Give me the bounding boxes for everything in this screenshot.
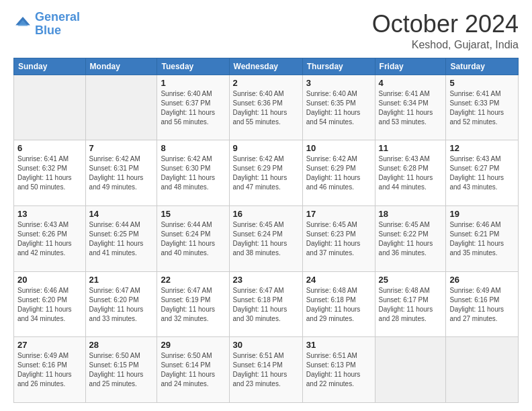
calendar-cell: 22Sunrise: 6:47 AMSunset: 6:19 PMDayligh… [157,271,229,337]
day-info: Sunrise: 6:46 AMSunset: 6:20 PMDaylight:… [17,286,82,324]
day-info: Sunrise: 6:41 AMSunset: 6:33 PMDaylight:… [449,89,515,127]
calendar-cell: 20Sunrise: 6:46 AMSunset: 6:20 PMDayligh… [14,271,86,337]
calendar-cell: 28Sunrise: 6:50 AMSunset: 6:15 PMDayligh… [85,337,157,403]
day-info: Sunrise: 6:47 AMSunset: 6:19 PMDaylight:… [161,286,225,324]
calendar-week-row: 27Sunrise: 6:49 AMSunset: 6:16 PMDayligh… [14,337,519,403]
day-info: Sunrise: 6:43 AMSunset: 6:28 PMDaylight:… [379,154,443,192]
day-number: 13 [17,209,82,219]
day-number: 17 [306,209,371,219]
day-info: Sunrise: 6:49 AMSunset: 6:16 PMDaylight:… [17,351,82,389]
calendar-cell [85,75,157,140]
calendar-week-row: 1Sunrise: 6:40 AMSunset: 6:37 PMDaylight… [14,75,519,140]
calendar-cell: 5Sunrise: 6:41 AMSunset: 6:33 PMDaylight… [446,75,519,140]
day-info: Sunrise: 6:47 AMSunset: 6:20 PMDaylight:… [89,286,154,324]
day-info: Sunrise: 6:41 AMSunset: 6:34 PMDaylight:… [379,89,443,127]
calendar-cell: 10Sunrise: 6:42 AMSunset: 6:29 PMDayligh… [302,140,375,206]
day-info: Sunrise: 6:46 AMSunset: 6:21 PMDaylight:… [449,220,515,258]
weekday-header-wednesday: Wednesday [229,58,302,75]
calendar-table: SundayMondayTuesdayWednesdayThursdayFrid… [13,58,519,403]
day-info: Sunrise: 6:44 AMSunset: 6:25 PMDaylight:… [89,220,154,258]
day-info: Sunrise: 6:50 AMSunset: 6:15 PMDaylight:… [89,351,154,389]
location: Keshod, Gujarat, India [372,39,519,51]
day-number: 5 [449,78,515,88]
page: General Blue October 2024 Keshod, Gujara… [0,0,532,411]
day-number: 11 [379,143,443,153]
calendar-cell: 31Sunrise: 6:51 AMSunset: 6:13 PMDayligh… [302,337,375,403]
calendar-cell: 16Sunrise: 6:45 AMSunset: 6:24 PMDayligh… [229,205,302,271]
day-info: Sunrise: 6:51 AMSunset: 6:14 PMDaylight:… [233,351,299,389]
logo-text: General Blue [35,11,80,38]
day-info: Sunrise: 6:41 AMSunset: 6:32 PMDaylight:… [17,154,82,192]
calendar-cell [14,75,86,140]
weekday-header-monday: Monday [85,58,157,75]
day-number: 7 [89,143,154,153]
weekday-header-tuesday: Tuesday [157,58,229,75]
calendar-cell: 21Sunrise: 6:47 AMSunset: 6:20 PMDayligh… [85,271,157,337]
day-number: 15 [161,209,225,219]
calendar-cell: 30Sunrise: 6:51 AMSunset: 6:14 PMDayligh… [229,337,302,403]
day-number: 16 [233,209,299,219]
day-info: Sunrise: 6:40 AMSunset: 6:37 PMDaylight:… [161,89,225,127]
logo-icon [13,15,32,34]
day-number: 18 [379,209,443,219]
calendar-cell: 15Sunrise: 6:44 AMSunset: 6:24 PMDayligh… [157,205,229,271]
calendar-cell: 7Sunrise: 6:42 AMSunset: 6:31 PMDaylight… [85,140,157,206]
day-number: 4 [379,78,443,88]
month-title: October 2024 [372,11,519,38]
calendar-cell: 19Sunrise: 6:46 AMSunset: 6:21 PMDayligh… [446,205,519,271]
logo-line2: Blue [35,24,61,37]
calendar-cell: 13Sunrise: 6:43 AMSunset: 6:26 PMDayligh… [14,205,86,271]
weekday-header-sunday: Sunday [14,58,86,75]
day-info: Sunrise: 6:50 AMSunset: 6:14 PMDaylight:… [161,351,225,389]
day-number: 8 [161,143,225,153]
day-info: Sunrise: 6:43 AMSunset: 6:27 PMDaylight:… [449,154,515,192]
day-info: Sunrise: 6:40 AMSunset: 6:35 PMDaylight:… [306,89,371,127]
day-number: 27 [17,340,82,350]
calendar-cell [446,337,519,403]
day-info: Sunrise: 6:40 AMSunset: 6:36 PMDaylight:… [233,89,299,127]
logo-line1: General [35,10,80,24]
day-info: Sunrise: 6:42 AMSunset: 6:29 PMDaylight:… [233,154,299,192]
calendar-cell: 12Sunrise: 6:43 AMSunset: 6:27 PMDayligh… [446,140,519,206]
day-info: Sunrise: 6:44 AMSunset: 6:24 PMDaylight:… [161,220,225,258]
day-number: 26 [449,275,515,285]
day-number: 6 [17,143,82,153]
calendar-cell: 25Sunrise: 6:48 AMSunset: 6:17 PMDayligh… [375,271,446,337]
day-number: 29 [161,340,225,350]
day-number: 12 [449,143,515,153]
day-number: 2 [233,78,299,88]
header: General Blue October 2024 Keshod, Gujara… [13,11,519,51]
day-info: Sunrise: 6:47 AMSunset: 6:18 PMDaylight:… [233,286,299,324]
day-number: 23 [233,275,299,285]
calendar-cell: 27Sunrise: 6:49 AMSunset: 6:16 PMDayligh… [14,337,86,403]
calendar-cell: 18Sunrise: 6:45 AMSunset: 6:22 PMDayligh… [375,205,446,271]
day-number: 10 [306,143,371,153]
day-info: Sunrise: 6:48 AMSunset: 6:18 PMDaylight:… [306,286,371,324]
day-number: 3 [306,78,371,88]
title-block: October 2024 Keshod, Gujarat, India [372,11,519,51]
calendar-cell: 8Sunrise: 6:42 AMSunset: 6:30 PMDaylight… [157,140,229,206]
calendar-cell: 14Sunrise: 6:44 AMSunset: 6:25 PMDayligh… [85,205,157,271]
day-number: 1 [161,78,225,88]
day-info: Sunrise: 6:42 AMSunset: 6:30 PMDaylight:… [161,154,225,192]
day-number: 21 [89,275,154,285]
weekday-header-thursday: Thursday [302,58,375,75]
weekday-header-friday: Friday [375,58,446,75]
day-number: 30 [233,340,299,350]
calendar-cell: 23Sunrise: 6:47 AMSunset: 6:18 PMDayligh… [229,271,302,337]
calendar-week-row: 6Sunrise: 6:41 AMSunset: 6:32 PMDaylight… [14,140,519,206]
day-info: Sunrise: 6:45 AMSunset: 6:23 PMDaylight:… [306,220,371,258]
calendar-week-row: 13Sunrise: 6:43 AMSunset: 6:26 PMDayligh… [14,205,519,271]
day-info: Sunrise: 6:42 AMSunset: 6:29 PMDaylight:… [306,154,371,192]
calendar-cell: 2Sunrise: 6:40 AMSunset: 6:36 PMDaylight… [229,75,302,140]
day-number: 31 [306,340,371,350]
day-number: 14 [89,209,154,219]
day-info: Sunrise: 6:45 AMSunset: 6:22 PMDaylight:… [379,220,443,258]
calendar-week-row: 20Sunrise: 6:46 AMSunset: 6:20 PMDayligh… [14,271,519,337]
day-number: 24 [306,275,371,285]
day-info: Sunrise: 6:49 AMSunset: 6:16 PMDaylight:… [449,286,515,324]
calendar-cell: 11Sunrise: 6:43 AMSunset: 6:28 PMDayligh… [375,140,446,206]
weekday-header-saturday: Saturday [446,58,519,75]
calendar-cell: 29Sunrise: 6:50 AMSunset: 6:14 PMDayligh… [157,337,229,403]
calendar-cell: 3Sunrise: 6:40 AMSunset: 6:35 PMDaylight… [302,75,375,140]
